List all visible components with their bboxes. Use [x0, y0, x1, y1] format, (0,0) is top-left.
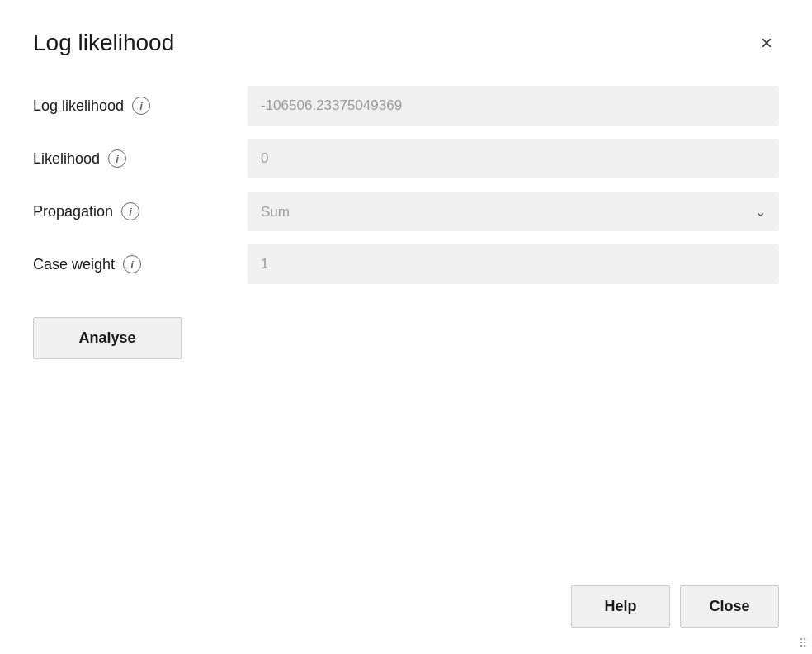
- close-button[interactable]: Close: [680, 585, 779, 628]
- propagation-row: Propagation i Sum Product Average ⌄: [33, 192, 779, 231]
- help-button[interactable]: Help: [571, 585, 670, 628]
- case-weight-input[interactable]: [248, 244, 779, 284]
- log-likelihood-info-icon[interactable]: i: [132, 97, 150, 115]
- case-weight-label-group: Case weight i: [33, 255, 248, 273]
- dialog-title: Log likelihood: [33, 30, 174, 56]
- log-likelihood-row: Log likelihood i: [33, 86, 779, 126]
- dialog-header: Log likelihood ×: [33, 30, 779, 56]
- dialog-footer: Help Close: [33, 569, 779, 628]
- likelihood-input[interactable]: [248, 139, 779, 178]
- propagation-info-icon[interactable]: i: [121, 202, 139, 220]
- resize-handle[interactable]: ⠿: [794, 636, 807, 649]
- log-likelihood-dialog: Log likelihood × Log likelihood i Likeli…: [0, 0, 812, 654]
- propagation-label-group: Propagation i: [33, 202, 248, 220]
- form-content: Log likelihood i Likelihood i Propagatio…: [33, 86, 779, 569]
- propagation-select[interactable]: Sum Product Average: [248, 192, 779, 231]
- likelihood-label-group: Likelihood i: [33, 149, 248, 168]
- log-likelihood-label: Log likelihood: [33, 97, 124, 115]
- close-icon-button[interactable]: ×: [754, 30, 779, 56]
- case-weight-row: Case weight i: [33, 244, 779, 284]
- case-weight-info-icon[interactable]: i: [123, 255, 141, 273]
- likelihood-info-icon[interactable]: i: [108, 149, 126, 168]
- propagation-select-wrapper: Sum Product Average ⌄: [248, 192, 779, 231]
- case-weight-label: Case weight: [33, 256, 115, 273]
- resize-dots-icon: ⠿: [799, 637, 807, 649]
- likelihood-label: Likelihood: [33, 150, 100, 168]
- analyse-button[interactable]: Analyse: [33, 317, 182, 359]
- log-likelihood-label-group: Log likelihood i: [33, 97, 248, 115]
- log-likelihood-input[interactable]: [248, 86, 779, 126]
- propagation-label: Propagation: [33, 203, 113, 220]
- likelihood-row: Likelihood i: [33, 139, 779, 178]
